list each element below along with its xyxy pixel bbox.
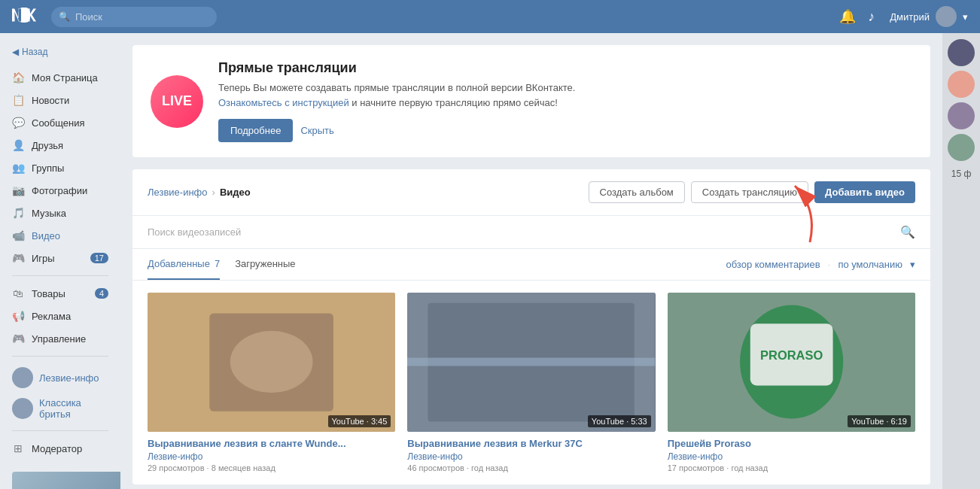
sidebar-item-friends[interactable]: 👤 Друзья (0, 134, 120, 156)
live-text: Прямые трансляции Теперь Вы можете созда… (218, 60, 575, 142)
sidebar-item-groups[interactable]: 👥 Группы (0, 156, 120, 179)
goods-badge: 4 (95, 288, 108, 299)
tab-added[interactable]: Добавленные 7 (148, 249, 220, 280)
sidebar-item-manage[interactable]: 🎮 Управление (0, 327, 120, 350)
sidebar-label: Группы (32, 162, 64, 174)
filter-dropdown-icon[interactable]: ▾ (910, 259, 915, 270)
breadcrumb: Лезвие-инфо › Видео (148, 187, 251, 198)
live-badge: LIVE (151, 75, 203, 128)
right-sidebar: 15 ф (942, 33, 980, 489)
header-user[interactable]: Дмитрий ▾ (890, 6, 968, 27)
games-badge: 17 (90, 253, 108, 263)
video-author-1: Лезвие-инфо (148, 451, 395, 462)
video-duration-1: YouTube · 3:45 (328, 415, 391, 427)
chevron-down-icon: ▾ (963, 11, 968, 23)
video-title-2: Выравнивание лезвия в Merkur 37C (407, 438, 655, 449)
video-search-input[interactable] (148, 226, 893, 238)
right-avatar-3[interactable] (948, 102, 975, 129)
sidebar-item-ads[interactable]: 📢 Реклама (0, 305, 120, 327)
main-content: LIVE Прямые трансляции Теперь Вы можете … (120, 33, 942, 489)
sidebar-label: Товары (32, 288, 65, 299)
video-duration-2: YouTube · 5:33 (588, 415, 651, 427)
btn-more[interactable]: Подробнее (218, 119, 293, 142)
sidebar-label: Музыка (32, 208, 66, 219)
video-meta-1: 29 просмотров · 8 месяцев назад (148, 463, 395, 472)
group-label: Лезвие-инфо (39, 372, 99, 384)
add-video-button[interactable]: Добавить видео (814, 181, 915, 203)
sidebar-item-video[interactable]: 📹 Видео (0, 224, 120, 247)
svg-text:PRORASO: PRORASO (760, 348, 823, 362)
music-icon[interactable]: ♪ (868, 9, 875, 25)
video-title-1: Выравнивание лезвия в сланте Wunde... (148, 438, 395, 449)
right-count: 15 ф (951, 169, 972, 179)
sidebar-label: Управление (32, 333, 86, 345)
notification-icon[interactable]: 🔔 (839, 8, 856, 25)
video-section: Лезвие-инфо › Видео Создать альбом Созда… (132, 169, 930, 484)
header-icons: 🔔 ♪ (839, 8, 875, 25)
vk-logo (12, 6, 36, 27)
sidebar-group-lezvie[interactable]: Лезвие-инфо (0, 363, 120, 393)
sidebar-item-messages[interactable]: 💬 Сообщения (0, 111, 120, 134)
moderator-icon: ⊞ (12, 442, 24, 454)
sidebar-item-news[interactable]: 📋 Новости (0, 89, 120, 111)
manage-icon: 🎮 (12, 333, 24, 345)
back-label: Назад (22, 47, 47, 57)
video-search-bar: 🔍 (132, 216, 930, 249)
group-avatar-klassika (12, 398, 33, 419)
create-stream-button[interactable]: Создать трансляцию (691, 181, 808, 203)
right-avatar-2[interactable] (948, 71, 975, 98)
video-meta-3: 17 просмотров · год назад (668, 463, 915, 472)
divider-3 (12, 430, 108, 431)
live-title: Прямые трансляции (218, 60, 575, 76)
group-label: Классика бритья (39, 397, 108, 420)
create-album-button[interactable]: Создать альбом (589, 181, 685, 203)
tab-uploaded[interactable]: Загруженные (235, 249, 295, 280)
photos-icon: 📷 (12, 184, 24, 196)
sidebar-label: Фотографии (32, 185, 87, 196)
sidebar-label: Друзья (32, 140, 63, 151)
video-search-icon[interactable]: 🔍 (900, 225, 915, 239)
video-card-2[interactable]: YouTube · 5:33 Выравнивание лезвия в Mer… (407, 293, 655, 472)
friends-icon: 👤 (12, 139, 24, 151)
video-grid: YouTube · 3:45 Выравнивание лезвия в сла… (132, 281, 930, 484)
filter-default[interactable]: по умолчанию (838, 259, 902, 270)
right-avatar-1[interactable] (948, 39, 975, 66)
sidebar-item-music[interactable]: 🎵 Музыка (0, 202, 120, 224)
sidebar-label: Новости (32, 95, 69, 106)
breadcrumb-link[interactable]: Лезвие-инфо (148, 187, 208, 198)
right-avatar-4[interactable] (948, 134, 975, 161)
tab-uploaded-label: Загруженные (235, 258, 295, 269)
news-icon: 📋 (12, 94, 24, 106)
header: 🔍 🔔 ♪ Дмитрий ▾ (0, 0, 980, 33)
sidebar-item-moderator[interactable]: ⊞ Модератор (0, 437, 120, 460)
breadcrumb-separator: › (212, 187, 215, 198)
bottom-banner[interactable]: boompublic (12, 472, 120, 489)
breadcrumb-current: Видео (220, 187, 251, 198)
search-wrapper: 🔍 (51, 7, 217, 27)
sidebar: ◀ Назад 🏠 Моя Страница 📋 Новости 💬 Сообщ… (0, 33, 120, 489)
video-header-actions: Создать альбом Создать трансляцию Добави… (589, 181, 915, 203)
sidebar-label: Реклама (32, 311, 71, 322)
sidebar-item-my-page[interactable]: 🏠 Моя Страница (0, 66, 120, 89)
sidebar-label: Видео (32, 230, 60, 241)
filter-review[interactable]: обзор комментариев (726, 259, 820, 270)
live-link[interactable]: Ознакомьтесь с инструкцией (218, 97, 349, 108)
live-description: Теперь Вы можете создавать прямые трансл… (218, 80, 575, 110)
sidebar-label: Сообщения (32, 117, 85, 129)
groups-icon: 👥 (12, 162, 24, 174)
sidebar-item-goods[interactable]: 🛍 Товары 4 (0, 282, 120, 305)
video-card-1[interactable]: YouTube · 3:45 Выравнивание лезвия в сла… (148, 293, 395, 472)
sidebar-item-photos[interactable]: 📷 Фотографии (0, 179, 120, 202)
tabs-right: обзор комментариев · по умолчанию ▾ (726, 259, 915, 270)
video-thumb-2: YouTube · 5:33 (407, 293, 655, 432)
back-button[interactable]: ◀ Назад (0, 41, 120, 63)
layout: ◀ Назад 🏠 Моя Страница 📋 Новости 💬 Сообщ… (0, 33, 980, 489)
sidebar-item-games[interactable]: 🎮 Игры 17 (0, 247, 120, 269)
video-card-3[interactable]: PRORASO YouTube · 6:19 Прешейв Proraso Л… (668, 293, 915, 472)
btn-hide[interactable]: Скрыть (300, 119, 333, 142)
tab-added-count: 7 (215, 258, 220, 269)
sidebar-group-klassika[interactable]: Классика бритья (0, 393, 120, 424)
back-arrow-icon: ◀ (12, 47, 19, 57)
video-author-2: Лезвие-инфо (407, 451, 655, 462)
search-input[interactable] (51, 7, 217, 27)
